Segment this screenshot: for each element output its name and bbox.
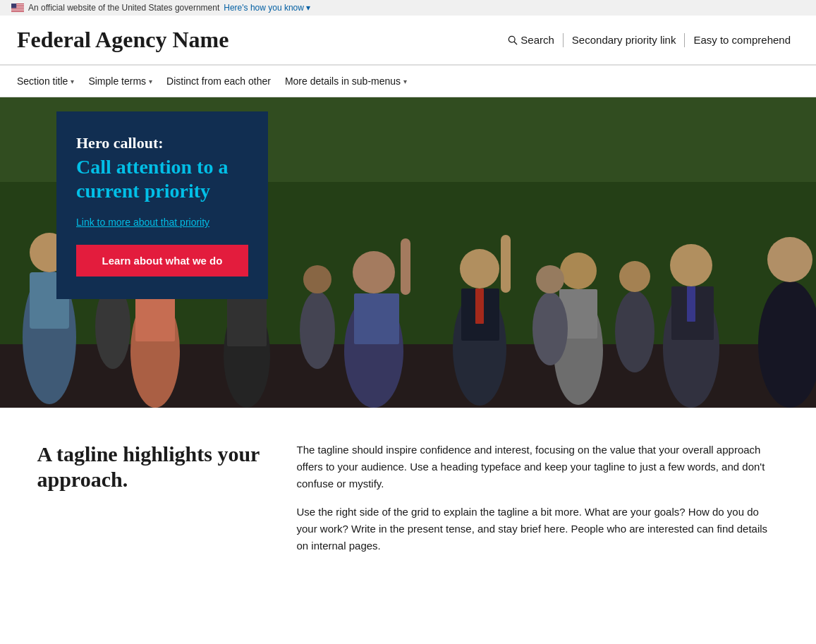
gov-banner: An official website of the United States… (0, 0, 816, 16)
hero-priority-link[interactable]: Link to more about that priority (76, 217, 248, 228)
tagline-paragraph-2: Use the right side of the grid to explai… (297, 504, 779, 554)
svg-rect-5 (11, 9, 24, 10)
svg-rect-6 (11, 11, 24, 11)
hero-section: Hero callout: Call attention to a curren… (0, 97, 816, 408)
chevron-down-icon: ▾ (403, 78, 407, 85)
tagline-paragraph-1: The tagline should inspire confidence an… (297, 442, 779, 492)
hero-cta-button[interactable]: Learn about what we do (76, 245, 248, 277)
hero-callout-heading: Hero callout: (76, 134, 248, 152)
search-icon (508, 35, 518, 45)
svg-rect-7 (11, 4, 16, 8)
nav-item-simple-terms[interactable]: Simple terms ▾ (88, 66, 164, 97)
search-button[interactable]: Search (499, 31, 563, 49)
hero-callout: Hero callout: Call attention to a curren… (56, 111, 268, 299)
tertiary-link[interactable]: Easy to comprehend (685, 31, 799, 49)
site-header: Federal Agency Name Search Secondary pri… (0, 16, 816, 66)
site-title: Federal Agency Name (17, 27, 229, 53)
secondary-priority-link[interactable]: Secondary priority link (564, 31, 685, 49)
tagline-heading-container: A tagline highlights your approach. (37, 442, 263, 566)
hero-callout-subheading: Call attention to a current priority (76, 155, 248, 202)
svg-rect-4 (11, 8, 24, 8)
chevron-down-icon: ▾ (149, 78, 152, 85)
tagline-body: The tagline should inspire confidence an… (297, 442, 779, 566)
tagline-section: A tagline highlights your approach. The … (20, 408, 796, 594)
us-flag-icon (11, 4, 24, 12)
tagline-heading: A tagline highlights your approach. (37, 442, 263, 492)
header-nav: Search Secondary priority link Easy to c… (499, 31, 799, 49)
gov-banner-link[interactable]: Here's how you know ▾ (224, 3, 310, 13)
gov-banner-text: An official website of the United States… (28, 3, 219, 13)
search-label: Search (520, 34, 554, 46)
nav-item-more-details[interactable]: More details in sub-menus ▾ (285, 66, 418, 97)
svg-line-9 (515, 42, 518, 44)
nav-item-distinct[interactable]: Distinct from each other (166, 66, 282, 97)
nav-item-section-title[interactable]: Section title ▾ (17, 66, 85, 97)
chevron-down-icon: ▾ (71, 78, 74, 85)
primary-nav: Section title ▾ Simple terms ▾ Distinct … (0, 66, 816, 97)
